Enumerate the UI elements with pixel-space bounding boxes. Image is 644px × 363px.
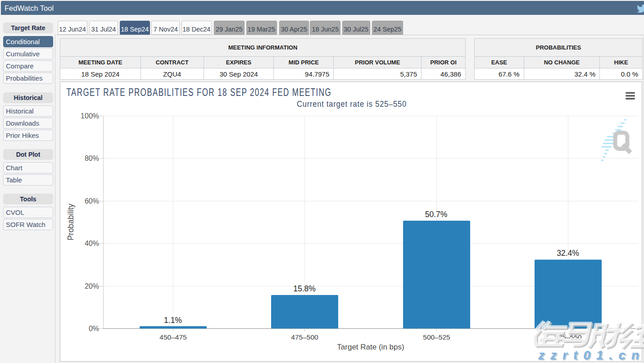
- svg-text:Target Rate (in bps): Target Rate (in bps): [337, 343, 404, 351]
- svg-text:500–525: 500–525: [423, 333, 450, 341]
- svg-text:40%: 40%: [85, 240, 99, 247]
- svg-text:zzrt01.cn: zzrt01.cn: [538, 348, 644, 362]
- svg-text:60%: 60%: [85, 197, 99, 205]
- svg-text:Probability: Probability: [66, 204, 75, 240]
- svg-text:15.8%: 15.8%: [293, 284, 316, 293]
- svg-text:0%: 0%: [89, 325, 99, 332]
- svg-text:TARGET RATE PROBABILITIES FOR: TARGET RATE PROBABILITIES FOR 18 SEP 202…: [67, 86, 332, 98]
- svg-text:Current target rate is 525–550: Current target rate is 525–550: [297, 99, 407, 109]
- svg-text:450–475: 450–475: [159, 333, 186, 341]
- svg-text:20%: 20%: [85, 282, 99, 290]
- svg-text:100%: 100%: [81, 112, 99, 120]
- svg-text:32.4%: 32.4%: [557, 249, 579, 258]
- svg-text:50.7%: 50.7%: [425, 210, 448, 219]
- svg-text:475–500: 475–500: [291, 333, 318, 341]
- svg-text:80%: 80%: [85, 154, 99, 162]
- svg-text:1.1%: 1.1%: [164, 316, 182, 325]
